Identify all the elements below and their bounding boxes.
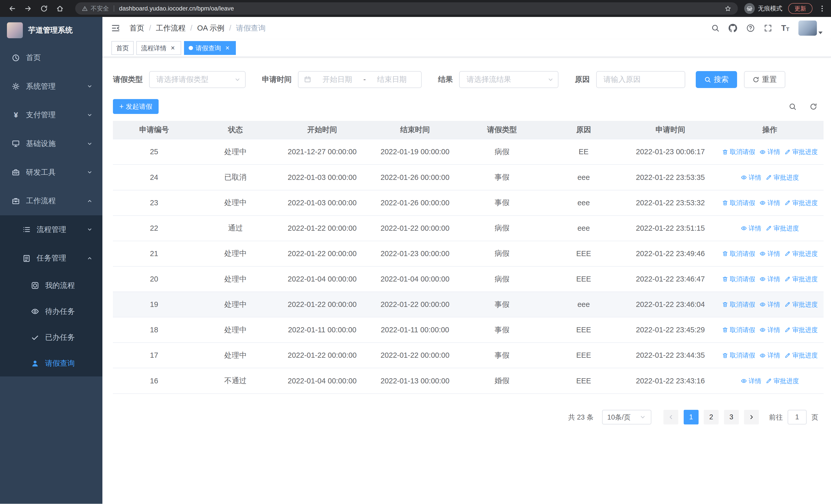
sidebar-item-leave-query[interactable]: 请假查询 bbox=[0, 351, 103, 377]
delete-icon bbox=[722, 352, 728, 359]
sidebar-item-infrastructure[interactable]: 基础设施 bbox=[0, 129, 103, 158]
approval-progress-link[interactable]: 审批进度 bbox=[784, 300, 818, 309]
page-button[interactable]: 1 bbox=[684, 410, 698, 425]
table-cell: eee bbox=[543, 165, 625, 190]
cancel-leave-link[interactable]: 取消请假 bbox=[722, 148, 755, 156]
detail-link[interactable]: 详情 bbox=[760, 275, 780, 283]
reason-input[interactable] bbox=[597, 71, 685, 88]
detail-link[interactable]: 详情 bbox=[760, 148, 780, 156]
sidebar-collapse-icon[interactable] bbox=[111, 23, 120, 33]
breadcrumb-item[interactable]: 工作流程 bbox=[156, 23, 185, 33]
tab-leave-query[interactable]: 请假查询 × bbox=[184, 41, 236, 55]
cancel-leave-link[interactable]: 取消请假 bbox=[722, 326, 755, 334]
chevron-down-icon bbox=[547, 77, 554, 83]
browser-chrome: 不安全 dashboard.yudao.iocoder.cn/bpm/oa/le… bbox=[0, 0, 831, 17]
sidebar-item-task-management[interactable]: 任务管理 bbox=[0, 244, 103, 272]
detail-link[interactable]: 详情 bbox=[741, 173, 762, 182]
user-menu[interactable] bbox=[798, 21, 823, 36]
sidebar-item-payment[interactable]: ¥ 支付管理 bbox=[0, 101, 103, 129]
browser-home-button[interactable] bbox=[53, 2, 67, 16]
approval-progress-link[interactable]: 审批进度 bbox=[784, 326, 818, 334]
delete-icon bbox=[722, 250, 728, 257]
detail-link[interactable]: 详情 bbox=[760, 326, 780, 334]
sidebar-item-label: 首页 bbox=[26, 53, 41, 63]
sidebar-item-devtools[interactable]: 研发工具 bbox=[0, 158, 103, 187]
approval-progress-link[interactable]: 审批进度 bbox=[766, 377, 799, 385]
table-row: 16不通过2022-01-04 00:00:002022-01-13 00:00… bbox=[113, 368, 824, 394]
approval-progress-link[interactable]: 审批进度 bbox=[784, 249, 818, 258]
leave-type-select[interactable]: 请选择请假类型 bbox=[149, 71, 246, 88]
address-bar[interactable]: 不安全 dashboard.yudao.iocoder.cn/bpm/oa/le… bbox=[75, 2, 738, 14]
prev-page-button[interactable] bbox=[663, 410, 678, 425]
approval-progress-link[interactable]: 审批进度 bbox=[784, 351, 818, 359]
approval-progress-link[interactable]: 审批进度 bbox=[784, 148, 818, 156]
detail-link[interactable]: 详情 bbox=[760, 249, 780, 258]
reset-button[interactable]: 重置 bbox=[744, 71, 785, 88]
breadcrumb-item[interactable]: OA 示例 bbox=[197, 23, 224, 33]
page-size-select[interactable]: 10条/页 bbox=[602, 410, 651, 425]
search-icon[interactable] bbox=[711, 24, 720, 32]
sidebar-item-workflow[interactable]: 工作流程 bbox=[0, 186, 103, 215]
sidebar-item-home[interactable]: 首页 bbox=[0, 43, 103, 72]
cancel-leave-link[interactable]: 取消请假 bbox=[722, 300, 755, 309]
create-leave-button[interactable]: + 发起请假 bbox=[113, 99, 159, 114]
page-button[interactable]: 2 bbox=[704, 410, 719, 425]
browser-back-button[interactable] bbox=[5, 2, 19, 16]
bookmark-star-icon[interactable] bbox=[724, 5, 732, 12]
sidebar-item-done-tasks[interactable]: 已办任务 bbox=[0, 325, 103, 351]
detail-link[interactable]: 详情 bbox=[760, 300, 780, 309]
table-cell: 不通过 bbox=[195, 368, 276, 393]
fullscreen-icon[interactable] bbox=[764, 24, 772, 32]
breadcrumb-item[interactable]: 首页 bbox=[130, 23, 144, 33]
table-cell: 21 bbox=[113, 241, 195, 266]
calendar-icon bbox=[304, 76, 311, 83]
approval-progress-link[interactable]: 审批进度 bbox=[784, 275, 818, 283]
app-logo[interactable]: 芋道管理系统 bbox=[0, 17, 103, 43]
sidebar-item-my-processes[interactable]: 我的流程 bbox=[0, 272, 103, 298]
table-row: 20处理中2022-01-04 00:00:002022-01-04 00:00… bbox=[113, 267, 824, 292]
table-cell: 2022-01-22 23:53:32 bbox=[625, 190, 716, 215]
detail-link[interactable]: 详情 bbox=[741, 377, 762, 385]
cancel-leave-link[interactable]: 取消请假 bbox=[722, 275, 755, 283]
approval-progress-link[interactable]: 审批进度 bbox=[766, 224, 799, 233]
browser-reload-button[interactable] bbox=[37, 2, 51, 16]
detail-link[interactable]: 详情 bbox=[741, 224, 762, 233]
help-icon[interactable] bbox=[746, 24, 755, 32]
eye-icon bbox=[760, 352, 766, 359]
detail-link[interactable]: 详情 bbox=[760, 351, 780, 359]
cancel-leave-link[interactable]: 取消请假 bbox=[722, 249, 755, 258]
delete-icon bbox=[722, 200, 728, 206]
sidebar-item-system[interactable]: 系统管理 bbox=[0, 72, 103, 101]
next-page-button[interactable] bbox=[744, 410, 759, 425]
browser-forward-button[interactable] bbox=[21, 2, 35, 16]
browser-menu-icon[interactable] bbox=[819, 5, 826, 12]
sidebar-item-process-management[interactable]: 流程管理 bbox=[0, 215, 103, 244]
refresh-table-icon[interactable] bbox=[809, 102, 818, 111]
site-security-indicator[interactable]: 不安全 bbox=[82, 4, 109, 12]
close-icon[interactable]: × bbox=[169, 45, 177, 52]
sidebar-item-todo-tasks[interactable]: 待办任务 bbox=[0, 298, 103, 324]
sidebar: 芋道管理系统 首页 系统管理 ¥ 支付管理 bbox=[0, 17, 103, 504]
close-icon[interactable]: × bbox=[224, 45, 231, 52]
table-cell: EEE bbox=[543, 343, 625, 368]
github-icon[interactable] bbox=[728, 24, 737, 32]
row-actions: 取消请假详情审批进度 bbox=[716, 190, 824, 215]
page-button[interactable]: 3 bbox=[724, 410, 739, 425]
table-cell: 19 bbox=[113, 292, 195, 317]
font-size-icon[interactable]: TT bbox=[781, 24, 790, 32]
caret-down-icon bbox=[819, 32, 823, 34]
search-button[interactable]: 搜索 bbox=[696, 71, 737, 88]
tab-home[interactable]: 首页 bbox=[111, 41, 134, 55]
detail-link[interactable]: 详情 bbox=[760, 199, 780, 207]
approval-progress-link[interactable]: 审批进度 bbox=[766, 173, 799, 182]
cancel-leave-link[interactable]: 取消请假 bbox=[722, 351, 755, 359]
apply-time-range-picker[interactable]: 开始日期 - 结束日期 bbox=[298, 71, 422, 88]
leave-table: 申请编号 状态 开始时间 结束时间 请假类型 原因 申请时间 操作 25处理中2… bbox=[113, 121, 824, 394]
toggle-search-icon[interactable] bbox=[789, 102, 797, 111]
cancel-leave-link[interactable]: 取消请假 bbox=[722, 199, 755, 207]
result-select[interactable]: 请选择流结果 bbox=[459, 71, 558, 88]
browser-update-button[interactable]: 更新 bbox=[788, 3, 812, 13]
approval-progress-link[interactable]: 审批进度 bbox=[784, 199, 818, 207]
tab-process-detail[interactable]: 流程详情 × bbox=[136, 41, 181, 55]
goto-page-input[interactable] bbox=[787, 410, 807, 425]
